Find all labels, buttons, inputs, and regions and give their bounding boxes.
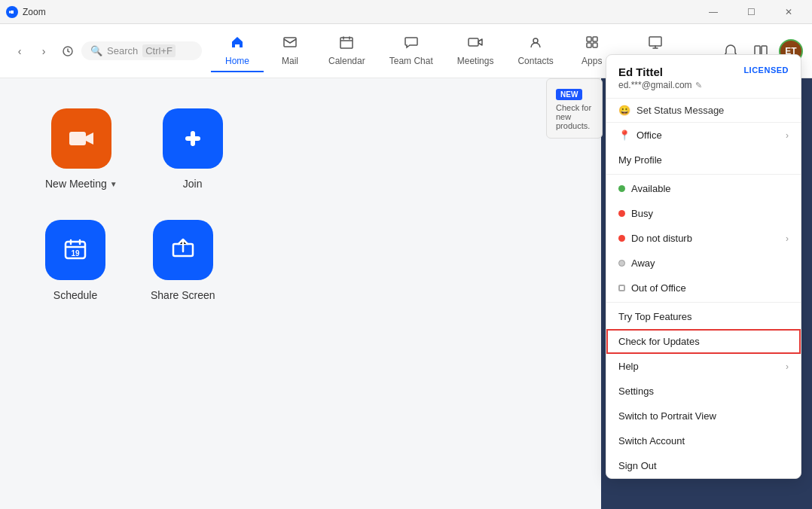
share-screen-action[interactable]: Share Screen (151, 220, 215, 301)
nav-label-meetings: Meetings (457, 56, 494, 66)
actions-row-1: New Meeting ▼ Join (45, 108, 556, 190)
title-bar: Zoom — ☐ ✕ (0, 0, 812, 24)
menu-item-switch-portrait[interactable]: Switch to Portrait View (606, 404, 801, 428)
nav-item-meetings[interactable]: Meetings (445, 30, 506, 72)
svg-rect-4 (469, 38, 478, 46)
user-name: Ed Tittel (618, 66, 702, 78)
svg-rect-13 (69, 132, 86, 145)
maximize-button[interactable]: ☐ (734, 0, 768, 24)
menu-item-do-not-disturb[interactable]: Do not disturb › (606, 226, 801, 251)
minimize-button[interactable]: — (696, 0, 731, 24)
search-shortcut: Ctrl+F (142, 44, 176, 57)
video-camera-icon (68, 125, 95, 152)
join-action[interactable]: Join (163, 108, 223, 190)
menu-item-sign-out[interactable]: Sign Out (606, 453, 801, 478)
nav-item-teamchat[interactable]: Team Chat (377, 30, 445, 72)
dropdown-header: Ed Tittel ed.***@gmail.com ✎ LICENSED (606, 55, 801, 99)
calendar-icon (339, 35, 354, 53)
svg-rect-6 (587, 37, 591, 41)
user-email-row: ed.***@gmail.com ✎ (618, 80, 702, 90)
menu-item-my-profile[interactable]: My Profile (606, 148, 801, 172)
nav-label-teamchat: Team Chat (389, 56, 433, 66)
office-location-icon: 📍 (618, 130, 630, 141)
svg-rect-3 (340, 38, 353, 48)
help-chevron-icon: › (786, 361, 789, 372)
nav-item-home[interactable]: Home (211, 30, 264, 72)
join-label: Join (183, 178, 203, 190)
away-status-dot (618, 260, 625, 267)
menu-item-settings[interactable]: Settings (606, 379, 801, 404)
menu-item-try-top-features[interactable]: Try Top Features (606, 304, 801, 329)
nav-label-calendar: Calendar (328, 56, 365, 66)
nav-item-calendar[interactable]: Calendar (316, 30, 377, 72)
zoom-logo-icon (6, 6, 18, 18)
close-button[interactable]: ✕ (771, 0, 806, 24)
share-screen-icon-bg (153, 220, 213, 280)
calendar-action-icon: 19 (62, 236, 89, 264)
email-edit-icon[interactable]: ✎ (695, 81, 702, 90)
mail-icon (282, 35, 298, 53)
svg-text:19: 19 (71, 249, 80, 258)
divider-1 (606, 174, 801, 175)
new-banner: NEW Check for new products. (546, 78, 603, 139)
back-button[interactable]: ‹ (9, 41, 30, 62)
forward-button[interactable]: › (33, 41, 54, 62)
new-meeting-icon-bg (51, 108, 111, 169)
svg-rect-9 (593, 43, 597, 47)
share-screen-label: Share Screen (151, 289, 215, 301)
licensed-badge: LICENSED (743, 66, 789, 75)
search-label: Search (107, 45, 138, 56)
nav-item-mail[interactable]: Mail (264, 30, 316, 72)
schedule-label: Schedule (53, 289, 97, 301)
contacts-icon (528, 35, 543, 53)
menu-item-check-for-updates[interactable]: Check for Updates (606, 329, 801, 354)
nav-item-contacts[interactable]: Contacts (505, 30, 565, 72)
search-icon: 🔍 (90, 45, 102, 56)
busy-status-dot (618, 210, 625, 217)
title-bar-controls: — ☐ ✕ (696, 0, 806, 24)
menu-item-busy[interactable]: Busy (606, 201, 801, 226)
svg-point-5 (533, 38, 538, 43)
set-status-message-item[interactable]: 😀 Set Status Message (606, 99, 801, 123)
meetings-icon (468, 35, 483, 53)
profile-dropdown: Ed Tittel ed.***@gmail.com ✎ LICENSED 😀 … (606, 54, 801, 479)
dnd-status-dot (618, 235, 625, 242)
user-email-text: ed.***@gmail.com (618, 80, 692, 90)
nav-label-contacts: Contacts (517, 56, 553, 66)
set-status-label: Set Status Message (636, 105, 724, 116)
nav-label-apps: Apps (582, 56, 602, 66)
menu-item-office[interactable]: 📍 Office › (606, 123, 801, 148)
history-button[interactable] (57, 41, 78, 62)
schedule-icon-bg: 19 (45, 220, 105, 280)
new-meeting-action[interactable]: New Meeting ▼ (45, 108, 118, 190)
menu-item-available[interactable]: Available (606, 176, 801, 201)
apps-icon (585, 35, 600, 53)
nav-label-home: Home (225, 56, 249, 66)
svg-rect-10 (649, 37, 661, 46)
title-bar-text: Zoom (23, 7, 696, 17)
teamchat-icon (404, 35, 419, 53)
actions-row-2: 19 Schedule Share Screen (45, 220, 556, 301)
menu-item-switch-account[interactable]: Switch Account (606, 428, 801, 453)
svg-rect-15 (185, 136, 200, 141)
menu-item-out-of-office[interactable]: Out of Office (606, 276, 801, 300)
svg-rect-8 (587, 43, 591, 47)
office-chevron-icon: › (786, 130, 789, 141)
schedule-action[interactable]: 19 Schedule (45, 220, 105, 301)
dnd-chevron-icon: › (786, 233, 789, 244)
home-icon (230, 35, 245, 53)
menu-item-away[interactable]: Away (606, 251, 801, 276)
emoji-status-icon: 😀 (618, 105, 630, 116)
svg-rect-2 (284, 38, 296, 47)
out-of-office-icon (618, 285, 625, 291)
new-meeting-label: New Meeting ▼ (45, 178, 118, 190)
banner-text: Check for new products. (556, 103, 593, 130)
new-badge: NEW (556, 89, 582, 100)
menu-item-help[interactable]: Help › (606, 354, 801, 379)
plus-icon (179, 125, 206, 152)
search-box[interactable]: 🔍 Search Ctrl+F (81, 41, 202, 60)
svg-rect-7 (593, 37, 597, 41)
history-icon (62, 45, 74, 57)
available-status-dot (618, 185, 625, 192)
new-meeting-dropdown-arrow: ▼ (110, 180, 118, 188)
